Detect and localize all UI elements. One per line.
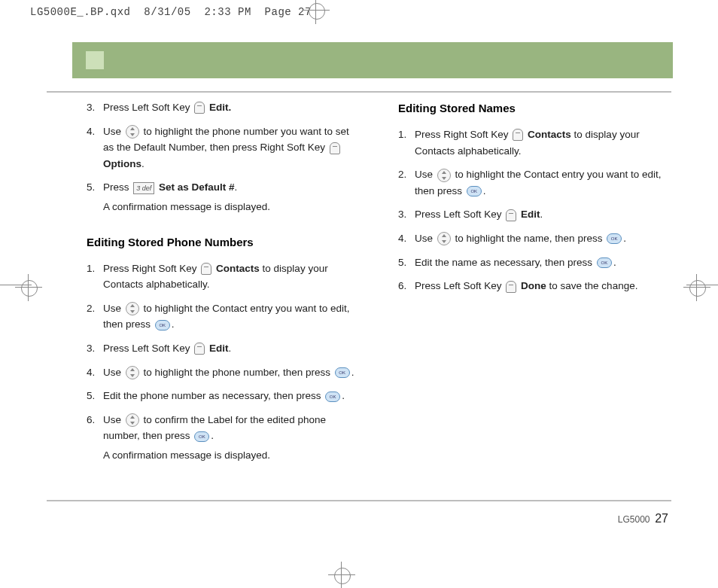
crop-tick-right <box>686 285 718 285</box>
step-number: 5. <box>87 179 103 215</box>
step-text: Press Left Soft Key Edit. <box>103 99 362 116</box>
registration-mark-bottom <box>331 565 352 586</box>
step-text: Press Left Soft Key Edit. <box>103 340 362 357</box>
instruction-step: 6.Press Left Soft Key Done to save the c… <box>398 278 674 294</box>
header-date: 8/31/05 <box>144 6 190 18</box>
nav-key-icon <box>126 302 139 315</box>
step-text: Use to highlight the phone number you wa… <box>103 123 362 172</box>
footer-page-number: 27 <box>655 512 668 525</box>
instruction-step: 2.Use to highlight the Contact entry you… <box>87 300 362 333</box>
nav-key-icon <box>126 413 139 427</box>
soft-key-icon <box>330 142 340 154</box>
step-text: Press Left Soft Key Done to save the cha… <box>415 278 674 294</box>
print-header: LG5000E_.BP.qxd 8/31/05 2:33 PM Page 27 <box>30 6 312 18</box>
step-number: 5. <box>87 388 103 404</box>
instruction-step: 6.Use to confirm the Label for the edite… <box>87 412 362 464</box>
instruction-step: 4.Use to highlight the phone number you … <box>87 123 362 172</box>
step-text: Press 3 def Set as Default #.A confirmat… <box>103 179 362 215</box>
instruction-step: 4.Use to highlight the name, then press … <box>398 230 674 247</box>
registration-mark-right <box>686 277 707 298</box>
soft-key-icon <box>194 343 205 355</box>
soft-key-icon <box>506 209 516 221</box>
soft-key-icon <box>513 129 523 141</box>
ok-key-icon: OK <box>155 320 170 331</box>
nav-key-icon <box>437 169 451 182</box>
nav-key-icon <box>437 232 451 245</box>
footer: LG5000 27 <box>618 512 668 526</box>
step-text: Press Left Soft Key Edit. <box>415 206 674 223</box>
ok-key-icon: OK <box>325 391 340 402</box>
header-band <box>72 42 673 78</box>
right-column: Editing Stored Names1.Press Right Soft K… <box>398 99 674 471</box>
rule-top <box>47 91 671 93</box>
step-number: 2. <box>87 300 103 333</box>
ok-key-icon: OK <box>597 257 612 268</box>
nav-key-icon <box>126 125 139 139</box>
instruction-step: 1.Press Right Soft Key Contacts to displ… <box>398 126 674 159</box>
instruction-step: 5.Edit the name as necessary, then press… <box>398 254 674 271</box>
instruction-step: 4.Use to highlight the phone number, the… <box>87 364 362 381</box>
step-text: Press Right Soft Key Contacts to display… <box>415 126 674 159</box>
step-number: 4. <box>398 230 415 247</box>
step-text: Use to highlight the Contact entry you w… <box>103 300 362 333</box>
digit-3-key-icon: 3 def <box>133 182 154 194</box>
content-area: 3.Press Left Soft Key Edit.4.Use to high… <box>87 99 681 471</box>
left-column: 3.Press Left Soft Key Edit.4.Use to high… <box>87 99 362 471</box>
ok-key-icon: OK <box>607 233 622 244</box>
soft-key-icon <box>201 263 211 275</box>
soft-key-icon <box>506 281 516 293</box>
footer-model: LG5000 <box>618 514 650 525</box>
step-text: Use to highlight the Contact entry you w… <box>415 166 674 199</box>
section-title: Editing Stored Phone Numbers <box>87 233 362 251</box>
step-number: 4. <box>87 123 103 172</box>
step-number: 3. <box>87 99 103 116</box>
step-text: Edit the phone number as necessary, then… <box>103 388 362 404</box>
header-time: 2:33 PM <box>204 6 251 18</box>
step-text: Use to highlight the phone number, then … <box>103 364 362 381</box>
ok-key-icon: OK <box>335 367 350 378</box>
step-number: 6. <box>87 412 103 464</box>
ok-key-icon: OK <box>194 431 209 442</box>
crop-tick-left <box>0 285 32 285</box>
step-text: Use to highlight the name, then press OK… <box>415 230 674 247</box>
step-number: 1. <box>398 126 415 159</box>
instruction-step: 5.Edit the phone number as necessary, th… <box>87 388 362 404</box>
header-page: Page 27 <box>265 6 312 18</box>
step-number: 3. <box>398 206 415 223</box>
header-tab <box>86 51 104 69</box>
step-number: 2. <box>398 166 415 199</box>
step-number: 5. <box>398 254 415 271</box>
registration-mark-top <box>306 0 327 21</box>
instruction-step: 2.Use to highlight the Contact entry you… <box>398 166 674 199</box>
instruction-step: 5.Press 3 def Set as Default #.A confirm… <box>87 179 362 215</box>
step-text: Edit the name as necessary, then press O… <box>415 254 674 271</box>
step-number: 4. <box>87 364 103 381</box>
soft-key-icon <box>194 102 205 114</box>
registration-mark-left <box>18 277 39 298</box>
instruction-step: 3.Press Left Soft Key Edit. <box>87 340 362 357</box>
nav-key-icon <box>126 366 139 379</box>
instruction-step: 3.Press Left Soft Key Edit. <box>87 99 362 116</box>
section-title: Editing Stored Names <box>398 99 674 117</box>
step-number: 6. <box>398 278 415 294</box>
header-filename: LG5000E_.BP.qxd <box>30 6 131 18</box>
rule-bottom <box>47 500 671 501</box>
step-number: 1. <box>87 260 103 293</box>
ok-key-icon: OK <box>467 186 482 197</box>
instruction-step: 3.Press Left Soft Key Edit. <box>398 206 674 223</box>
instruction-step: 1.Press Right Soft Key Contacts to displ… <box>87 260 362 293</box>
step-number: 3. <box>87 340 103 357</box>
step-text: Press Right Soft Key Contacts to display… <box>103 260 362 293</box>
step-text: Use to confirm the Label for the edited … <box>103 412 362 464</box>
